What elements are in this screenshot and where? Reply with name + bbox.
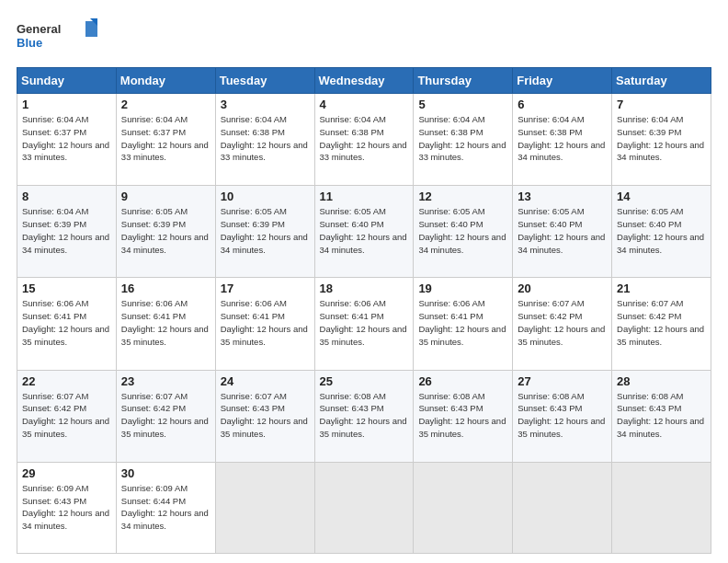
day-info: Sunrise: 6:05 AMSunset: 6:40 PMDaylight:…: [418, 205, 507, 256]
col-friday: Friday: [513, 68, 612, 94]
day-info: Sunrise: 6:07 AMSunset: 6:42 PMDaylight:…: [22, 390, 111, 441]
calendar-cell: 6Sunrise: 6:04 AMSunset: 6:38 PMDaylight…: [513, 94, 612, 186]
day-info: Sunrise: 6:09 AMSunset: 6:44 PMDaylight:…: [121, 482, 210, 533]
day-info: Sunrise: 6:04 AMSunset: 6:39 PMDaylight:…: [617, 113, 706, 164]
calendar-cell: 8Sunrise: 6:04 AMSunset: 6:39 PMDaylight…: [17, 186, 117, 278]
calendar-cell: 23Sunrise: 6:07 AMSunset: 6:42 PMDayligh…: [116, 370, 215, 462]
day-info: Sunrise: 6:08 AMSunset: 6:43 PMDaylight:…: [518, 390, 607, 441]
calendar-cell: 18Sunrise: 6:06 AMSunset: 6:41 PMDayligh…: [314, 278, 414, 370]
day-info: Sunrise: 6:06 AMSunset: 6:41 PMDaylight:…: [22, 297, 111, 348]
col-sunday: Sunday: [17, 68, 117, 94]
svg-text:Blue: Blue: [17, 36, 42, 50]
day-number: 2: [121, 98, 210, 111]
day-number: 3: [221, 98, 310, 111]
calendar-cell: 10Sunrise: 6:05 AMSunset: 6:39 PMDayligh…: [215, 186, 314, 278]
day-number: 13: [518, 190, 607, 203]
col-tuesday: Tuesday: [215, 68, 314, 94]
day-number: 12: [418, 190, 507, 203]
day-info: Sunrise: 6:06 AMSunset: 6:41 PMDaylight:…: [121, 297, 210, 348]
calendar-cell: 16Sunrise: 6:06 AMSunset: 6:41 PMDayligh…: [116, 278, 215, 370]
day-number: 16: [121, 282, 210, 295]
day-number: 21: [617, 282, 706, 295]
svg-text:General: General: [17, 22, 61, 36]
day-number: 1: [22, 98, 111, 111]
calendar-cell: 5Sunrise: 6:04 AMSunset: 6:38 PMDaylight…: [414, 94, 513, 186]
calendar-cell: [414, 462, 513, 553]
calendar-cell: 3Sunrise: 6:04 AMSunset: 6:38 PMDaylight…: [215, 94, 314, 186]
day-number: 4: [320, 98, 409, 111]
calendar-cell: 17Sunrise: 6:06 AMSunset: 6:41 PMDayligh…: [215, 278, 314, 370]
calendar-cell: [215, 462, 314, 553]
calendar-cell: 21Sunrise: 6:07 AMSunset: 6:42 PMDayligh…: [612, 278, 711, 370]
day-info: Sunrise: 6:06 AMSunset: 6:41 PMDaylight:…: [320, 297, 409, 348]
day-info: Sunrise: 6:04 AMSunset: 6:37 PMDaylight:…: [22, 113, 111, 164]
day-number: 23: [121, 374, 210, 388]
day-number: 17: [221, 282, 310, 295]
calendar-cell: 22Sunrise: 6:07 AMSunset: 6:42 PMDayligh…: [17, 370, 117, 462]
day-number: 26: [418, 374, 507, 388]
calendar-cell: 2Sunrise: 6:04 AMSunset: 6:37 PMDaylight…: [116, 94, 215, 186]
day-number: 15: [22, 282, 111, 295]
day-number: 19: [418, 282, 507, 295]
day-number: 28: [617, 374, 706, 388]
day-number: 6: [518, 98, 607, 111]
calendar-cell: 20Sunrise: 6:07 AMSunset: 6:42 PMDayligh…: [513, 278, 612, 370]
calendar-table: Sunday Monday Tuesday Wednesday Thursday…: [17, 67, 711, 554]
col-monday: Monday: [116, 68, 215, 94]
col-saturday: Saturday: [612, 68, 711, 94]
day-number: 25: [320, 374, 409, 388]
day-info: Sunrise: 6:04 AMSunset: 6:37 PMDaylight:…: [121, 113, 210, 164]
calendar-cell: 4Sunrise: 6:04 AMSunset: 6:38 PMDaylight…: [314, 94, 414, 186]
day-number: 5: [418, 98, 507, 111]
day-number: 29: [22, 466, 111, 480]
day-number: 20: [518, 282, 607, 295]
day-info: Sunrise: 6:04 AMSunset: 6:38 PMDaylight:…: [221, 113, 310, 164]
logo: General Blue: [17, 17, 99, 58]
calendar-cell: 27Sunrise: 6:08 AMSunset: 6:43 PMDayligh…: [513, 370, 612, 462]
calendar-cell: [513, 462, 612, 553]
calendar-cell: 9Sunrise: 6:05 AMSunset: 6:39 PMDaylight…: [116, 186, 215, 278]
page: General Blue Sunday Monday Tuesday Wedne…: [0, 0, 728, 563]
day-info: Sunrise: 6:05 AMSunset: 6:39 PMDaylight:…: [221, 205, 310, 256]
day-number: 27: [518, 374, 607, 388]
day-number: 30: [121, 466, 210, 480]
day-number: 24: [221, 374, 310, 388]
calendar-cell: 13Sunrise: 6:05 AMSunset: 6:40 PMDayligh…: [513, 186, 612, 278]
day-number: 22: [22, 374, 111, 388]
calendar-cell: 24Sunrise: 6:07 AMSunset: 6:43 PMDayligh…: [215, 370, 314, 462]
day-info: Sunrise: 6:07 AMSunset: 6:42 PMDaylight:…: [121, 390, 210, 441]
col-thursday: Thursday: [414, 68, 513, 94]
day-info: Sunrise: 6:05 AMSunset: 6:40 PMDaylight:…: [617, 205, 706, 256]
day-info: Sunrise: 6:04 AMSunset: 6:38 PMDaylight:…: [320, 113, 409, 164]
calendar-cell: [612, 462, 711, 553]
day-info: Sunrise: 6:09 AMSunset: 6:43 PMDaylight:…: [22, 482, 111, 533]
calendar-cell: 19Sunrise: 6:06 AMSunset: 6:41 PMDayligh…: [414, 278, 513, 370]
calendar-cell: 12Sunrise: 6:05 AMSunset: 6:40 PMDayligh…: [414, 186, 513, 278]
day-info: Sunrise: 6:06 AMSunset: 6:41 PMDaylight:…: [418, 297, 507, 348]
day-number: 7: [617, 98, 706, 111]
day-number: 14: [617, 190, 706, 203]
day-info: Sunrise: 6:08 AMSunset: 6:43 PMDaylight:…: [418, 390, 507, 441]
calendar-cell: 30Sunrise: 6:09 AMSunset: 6:44 PMDayligh…: [116, 462, 215, 553]
day-number: 9: [121, 190, 210, 203]
day-info: Sunrise: 6:06 AMSunset: 6:41 PMDaylight:…: [221, 297, 310, 348]
header: General Blue: [17, 17, 711, 58]
calendar-cell: 15Sunrise: 6:06 AMSunset: 6:41 PMDayligh…: [17, 278, 117, 370]
day-info: Sunrise: 6:04 AMSunset: 6:39 PMDaylight:…: [22, 205, 111, 256]
day-info: Sunrise: 6:07 AMSunset: 6:42 PMDaylight:…: [617, 297, 706, 348]
calendar-cell: 29Sunrise: 6:09 AMSunset: 6:43 PMDayligh…: [17, 462, 117, 553]
calendar-cell: 11Sunrise: 6:05 AMSunset: 6:40 PMDayligh…: [314, 186, 414, 278]
calendar-cell: 25Sunrise: 6:08 AMSunset: 6:43 PMDayligh…: [314, 370, 414, 462]
calendar-cell: 7Sunrise: 6:04 AMSunset: 6:39 PMDaylight…: [612, 94, 711, 186]
day-number: 11: [320, 190, 409, 203]
day-info: Sunrise: 6:08 AMSunset: 6:43 PMDaylight:…: [617, 390, 706, 441]
day-info: Sunrise: 6:05 AMSunset: 6:40 PMDaylight:…: [320, 205, 409, 256]
calendar-cell: 14Sunrise: 6:05 AMSunset: 6:40 PMDayligh…: [612, 186, 711, 278]
day-info: Sunrise: 6:07 AMSunset: 6:42 PMDaylight:…: [518, 297, 607, 348]
day-info: Sunrise: 6:04 AMSunset: 6:38 PMDaylight:…: [418, 113, 507, 164]
calendar-cell: [314, 462, 414, 553]
day-info: Sunrise: 6:08 AMSunset: 6:43 PMDaylight:…: [320, 390, 409, 441]
day-info: Sunrise: 6:07 AMSunset: 6:43 PMDaylight:…: [221, 390, 310, 441]
calendar-cell: 28Sunrise: 6:08 AMSunset: 6:43 PMDayligh…: [612, 370, 711, 462]
logo-svg: General Blue: [17, 17, 99, 58]
